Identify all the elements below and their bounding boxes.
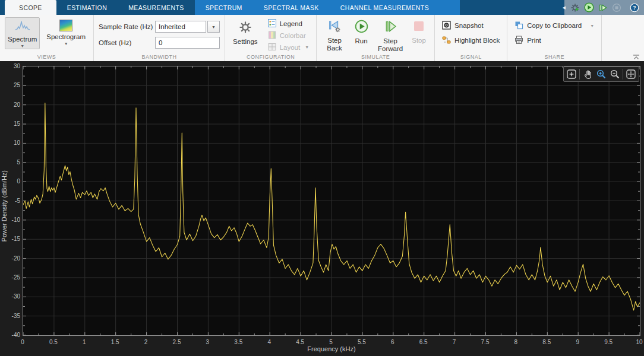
tab-spectrum[interactable]: SPECTRUM	[195, 0, 253, 15]
colorbar-label: Colorbar	[280, 32, 306, 39]
y-tick-label: -15	[1, 236, 20, 242]
sample-rate-label: Sample Rate (Hz)	[99, 23, 155, 30]
group-simulate: Step Back Run	[317, 15, 435, 61]
x-tick-label: 0	[11, 339, 34, 345]
spectrum-view-caret-icon[interactable]: ▼	[20, 44, 24, 48]
step-back-label: Step Back	[324, 37, 345, 52]
y-tick-label: -40	[1, 332, 20, 338]
y-tick-label: 15	[1, 120, 20, 127]
layout-label: Layout	[280, 44, 301, 51]
quick-access-toolbar: ◂	[564, 0, 644, 15]
sample-rate-combobox[interactable]: Inherited	[155, 21, 206, 33]
zoom-out-icon[interactable]	[609, 68, 621, 80]
model-settings-gear-icon[interactable]	[570, 2, 580, 12]
zoom-in-icon[interactable]	[595, 68, 607, 80]
sample-rate-dropdown-button[interactable]: ▼	[207, 21, 220, 33]
stop-button: Stop	[408, 17, 430, 54]
y-tick-label: 25	[1, 82, 20, 88]
tab-measurements[interactable]: MEASUREMENTS	[118, 0, 194, 15]
collapse-ribbon-button[interactable]	[632, 52, 640, 59]
spectrogram-view-button[interactable]: Spectrogram ▼	[43, 17, 89, 49]
y-tick-label: -5	[1, 198, 20, 204]
run-button[interactable]: Run	[350, 17, 372, 54]
y-tick-label: 0	[1, 178, 20, 185]
copy-to-clipboard-button[interactable]: Copy to Clipboard ▼	[512, 19, 596, 32]
spectrum-analyzer-window: SCOPE ESTIMATION MEASUREMENTS SPECTRUM S…	[0, 0, 644, 356]
y-tick-label: -30	[1, 293, 20, 300]
x-tick-label: 1.5	[103, 339, 127, 345]
legend-label: Legend	[280, 20, 302, 27]
y-tick-label: 20	[1, 101, 20, 108]
spectrum-view-label: Spectrum	[8, 36, 37, 43]
tab-spectral-mask[interactable]: SPECTRAL MASK	[253, 0, 330, 15]
x-tick-label: 6.5	[412, 339, 435, 345]
step-forward-button[interactable]: Step Forward	[375, 17, 406, 54]
axes-box[interactable]	[23, 66, 640, 336]
tab-estimation[interactable]: ESTIMATION	[56, 0, 118, 15]
x-tick-label: 7	[443, 339, 466, 345]
group-share-label: SHARE	[507, 54, 601, 60]
x-tick-label: 6	[381, 339, 405, 345]
help-icon[interactable]: ?	[630, 2, 639, 12]
copy-to-clipboard-icon	[514, 21, 523, 31]
snapshot-button[interactable]: Snapshot	[440, 19, 502, 32]
y-tick-label: 30	[1, 63, 20, 69]
stop-label: Stop	[412, 37, 426, 44]
settings-label: Settings	[233, 38, 258, 46]
x-tick-label: 8.5	[535, 339, 558, 345]
scope-ribbon: Spectrum ▼ Spectrogram ▼ VIEWS Sample Ra…	[0, 15, 644, 61]
spectrogram-view-caret-icon[interactable]: ▼	[64, 42, 68, 46]
settings-button[interactable]: Settings	[230, 18, 261, 53]
group-bandwidth: Sample Rate (Hz) Inherited ▼ Offset (Hz)…	[94, 15, 225, 61]
print-button[interactable]: Print	[512, 34, 596, 47]
spectrum-view-button[interactable]: Spectrum ▼	[5, 17, 40, 49]
spectrogram-view-label: Spectrogram	[46, 33, 86, 41]
copy-caret-icon[interactable]: ▼	[590, 24, 594, 28]
copy-to-clipboard-label: Copy to Clipboard	[527, 22, 582, 29]
highlight-block-button[interactable]: Highlight Block	[440, 34, 502, 47]
x-tick-label: 4	[257, 339, 281, 345]
y-tick-label: -10	[1, 217, 20, 223]
x-tick-label: 1	[72, 339, 96, 345]
step-forward-icon	[384, 20, 397, 36]
x-axis-title: Frequency (kHz)	[23, 345, 640, 352]
svg-text:?: ?	[633, 5, 636, 11]
y-tick-label: -20	[1, 255, 20, 262]
quick-run-icon[interactable]	[584, 2, 594, 12]
highlight-block-label: Highlight Block	[454, 37, 500, 44]
x-tick-label: 4.5	[288, 339, 312, 345]
print-icon	[514, 36, 523, 46]
layout-button: Layout ▼	[266, 42, 311, 53]
offset-input[interactable]	[155, 37, 220, 49]
spectrum-view-icon	[15, 20, 30, 34]
colorbar-button: Colorbar	[266, 30, 311, 41]
legend-button[interactable]: Legend	[266, 18, 311, 29]
layout-icon	[268, 43, 276, 52]
tab-scope[interactable]: SCOPE	[5, 0, 56, 15]
settings-gear-icon	[239, 21, 252, 36]
quick-stop-disabled-icon	[612, 2, 621, 12]
fit-view-icon[interactable]	[625, 68, 637, 80]
pan-icon[interactable]	[582, 68, 594, 80]
tab-channel-measurements[interactable]: CHANNEL MEASUREMENTS	[330, 0, 440, 15]
toolstrip-tab-bar: SCOPE ESTIMATION MEASUREMENTS SPECTRUM S…	[0, 0, 644, 15]
x-tick-label: 9	[566, 339, 589, 345]
run-icon	[355, 20, 368, 36]
legend-icon	[268, 19, 276, 28]
tabbar-filler	[460, 0, 564, 15]
stop-icon	[412, 20, 425, 35]
x-tick-label: 2.5	[165, 339, 189, 345]
quick-step-forward-icon[interactable]	[598, 2, 608, 12]
step-forward-label: Step Forward	[378, 37, 403, 53]
highlight-block-icon	[442, 36, 451, 46]
quickbar-collapse-chevron-icon[interactable]: ◂	[562, 4, 566, 11]
offset-label: Offset (Hz)	[99, 39, 155, 46]
group-signal-label: SIGNAL	[435, 54, 507, 60]
restore-view-icon[interactable]	[566, 68, 577, 80]
snapshot-icon	[442, 21, 451, 31]
group-signal: Snapshot Highlight Block SIGNAL	[435, 15, 507, 61]
step-back-button[interactable]: Step Back	[321, 17, 348, 54]
group-simulate-label: SIMULATE	[317, 54, 434, 60]
snapshot-label: Snapshot	[454, 22, 484, 29]
group-configuration: Settings Legend	[225, 15, 317, 61]
